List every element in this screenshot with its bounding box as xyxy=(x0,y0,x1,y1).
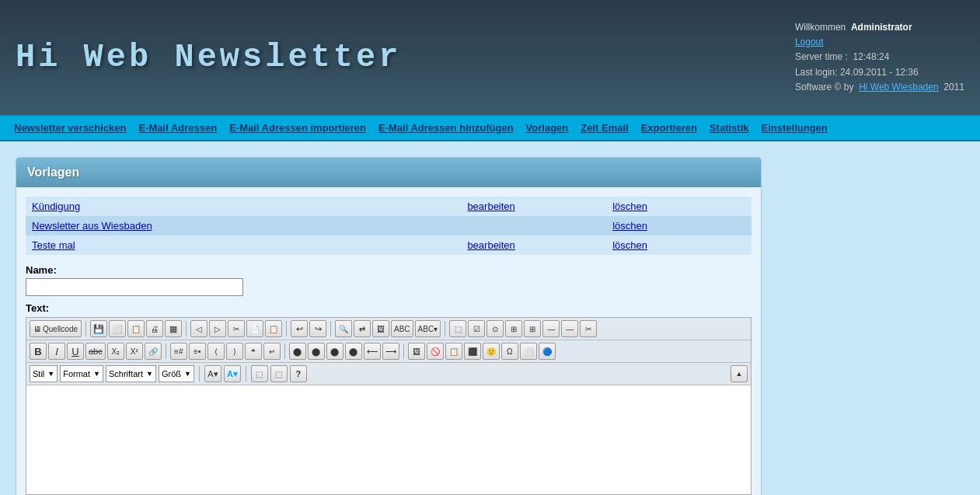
hr2-button[interactable]: — xyxy=(561,320,578,337)
separator-1 xyxy=(85,321,86,336)
redo-button[interactable]: ▷ xyxy=(209,320,226,337)
rtl-button[interactable]: ⟶ xyxy=(382,343,399,360)
subscript-button[interactable]: X₂ xyxy=(107,343,124,360)
back-button[interactable]: ↩ xyxy=(291,320,308,337)
nav-exportieren[interactable]: Exportieren xyxy=(635,120,703,135)
groesse-select-wrapper[interactable]: Größ ▼ xyxy=(159,365,194,382)
strikethrough-button[interactable]: abc xyxy=(85,343,106,360)
preview-button[interactable]: ▦ xyxy=(165,320,182,337)
nav-email-hinzufuegen[interactable]: E-Mail Adressen hinzufügen xyxy=(372,120,520,135)
undo-button[interactable]: ◁ xyxy=(190,320,208,337)
replace-button[interactable]: ⇄ xyxy=(354,320,371,337)
underline-button[interactable]: U xyxy=(67,343,84,360)
smiley-button[interactable]: 🙂 xyxy=(483,343,500,360)
text-label: Text: xyxy=(26,302,752,314)
name-input[interactable] xyxy=(26,278,243,296)
frame-button[interactable]: ⬚ xyxy=(449,320,466,337)
italic-button[interactable]: I xyxy=(48,343,65,360)
software-year: 2011 xyxy=(943,82,964,92)
software-row: Software © by Hi Web Wiesbaden 2011 xyxy=(795,80,964,95)
template-link-newsletter-wiesbaden[interactable]: Newsletter aus Wiesbaden xyxy=(32,220,152,232)
panel-body: Kündigung bearbeiten löschen Newsletter … xyxy=(16,187,761,495)
spellcheck-button[interactable]: ABC xyxy=(391,320,413,337)
fwd-button[interactable]: ↪ xyxy=(309,320,326,337)
help-button[interactable]: ? xyxy=(290,365,307,382)
editor-area[interactable] xyxy=(26,385,751,494)
misc-button[interactable]: ✂ xyxy=(580,320,597,337)
font-color-button[interactable]: A▾ xyxy=(204,365,221,382)
spellcheck2-button[interactable]: ABC▾ xyxy=(415,320,441,337)
last-login-row: Last login: 24.09.2011 - 12:36 xyxy=(795,65,964,80)
superscript-button[interactable]: X² xyxy=(126,343,143,360)
ltr-button[interactable]: ⟵ xyxy=(364,343,381,360)
insert-image-button[interactable]: 🖼 xyxy=(408,343,425,360)
nav-email-adressen[interactable]: E-Mail Adressen xyxy=(133,120,224,135)
grid-button[interactable]: ⊞ xyxy=(505,320,522,337)
main-content: Vorlagen Kündigung bearbeiten löschen Ne… xyxy=(0,141,980,495)
server-time-row: Server time : 12:48:24 xyxy=(795,50,964,64)
template-button[interactable]: 📋 xyxy=(445,343,462,360)
template-delete-newsletter-wiesbaden[interactable]: löschen xyxy=(612,220,647,232)
maximize-button[interactable]: ⬚ xyxy=(251,365,268,382)
find-button[interactable]: 🔍 xyxy=(335,320,352,337)
indent-less-button[interactable]: ⟨ xyxy=(208,343,225,360)
app-logo: Hi Web Newsletter xyxy=(16,39,401,76)
paste2-button[interactable]: 📋 xyxy=(265,320,282,337)
hr1-button[interactable]: — xyxy=(542,320,560,337)
iframe-button[interactable]: 🔵 xyxy=(539,343,556,360)
link-button[interactable]: 🔗 xyxy=(145,343,162,360)
br-button[interactable]: ↵ xyxy=(263,343,281,360)
align-left-button[interactable]: ⬤ xyxy=(289,343,306,360)
table-button[interactable]: ⊞ xyxy=(524,320,541,337)
template-link-kuendigung[interactable]: Kündigung xyxy=(32,200,80,212)
indent-more-button[interactable]: ⟩ xyxy=(226,343,243,360)
circle-button[interactable]: ⊙ xyxy=(487,320,504,337)
nav-zeit-email[interactable]: Zeit Email xyxy=(574,120,634,135)
template-link-teste-mal[interactable]: Teste mal xyxy=(32,239,75,251)
format-bar: Stil ▼ Format ▼ Schriftart ▼ Größ xyxy=(26,363,751,385)
block-button[interactable]: ⬛ xyxy=(464,343,481,360)
format-label: Format xyxy=(63,369,90,378)
list-ordered-button[interactable]: ≡# xyxy=(170,343,187,360)
align-right-button[interactable]: ⬤ xyxy=(326,343,344,360)
server-time-label: Server time : xyxy=(795,51,848,62)
flash-button[interactable]: 🚫 xyxy=(427,343,444,360)
schriftart-label: Schriftart xyxy=(109,369,143,378)
list-unordered-button[interactable]: ≡• xyxy=(189,343,206,360)
nav-vorlagen[interactable]: Vorlagen xyxy=(520,120,575,135)
nav-statistik[interactable]: Statistik xyxy=(703,120,755,135)
checkbox-button[interactable]: ☑ xyxy=(468,320,485,337)
software-link[interactable]: Hi Web Wiesbaden xyxy=(859,82,939,92)
format-select-wrapper[interactable]: Format ▼ xyxy=(60,365,103,382)
special-char-button[interactable]: Ω xyxy=(501,343,518,360)
blockquote-button[interactable]: ❝ xyxy=(245,343,262,360)
scroll-up-button[interactable]: ▲ xyxy=(731,365,748,382)
separator-2 xyxy=(186,321,187,336)
bold-button[interactable]: B xyxy=(30,343,47,360)
new-button[interactable]: ⬜ xyxy=(109,320,126,337)
name-field-row: Name: xyxy=(26,264,752,296)
nav-einstellungen[interactable]: Einstellungen xyxy=(755,120,834,135)
source-code-button[interactable]: 🖥 Quellcode xyxy=(30,320,82,337)
align-justify-button[interactable]: ⬤ xyxy=(345,343,362,360)
last-login-label: Last login: 24.09.2011 - 12:36 xyxy=(795,67,919,78)
logout-link[interactable]: Logout xyxy=(795,37,824,47)
nav-newsletter-verschicken[interactable]: Newsletter verschicken xyxy=(8,120,133,135)
show-blocks-button[interactable]: ⬚ xyxy=(270,365,288,382)
schriftart-select-wrapper[interactable]: Schriftart ▼ xyxy=(106,365,156,382)
save-button[interactable]: 💾 xyxy=(90,320,107,337)
template-edit-kuendigung[interactable]: bearbeiten xyxy=(467,200,514,212)
separator-6 xyxy=(166,343,166,359)
cut-button[interactable]: ✂ xyxy=(228,320,245,337)
print-button[interactable]: 🖨 xyxy=(146,320,163,337)
align-center-button[interactable]: ⬤ xyxy=(308,343,325,360)
page-break-button[interactable]: ⬜ xyxy=(520,343,537,360)
template-delete-kuendigung[interactable]: löschen xyxy=(612,200,647,212)
nav-email-importieren[interactable]: E-Mail Adressen importieren xyxy=(223,120,372,135)
image-button[interactable]: 🖼 xyxy=(372,320,389,337)
template-edit-teste-mal[interactable]: bearbeiten xyxy=(467,239,514,251)
bg-color-button[interactable]: A▾ xyxy=(224,365,241,382)
template-delete-teste-mal[interactable]: löschen xyxy=(612,239,647,251)
paste1-button[interactable]: 📄 xyxy=(246,320,263,337)
copy-button[interactable]: 📋 xyxy=(127,320,145,337)
